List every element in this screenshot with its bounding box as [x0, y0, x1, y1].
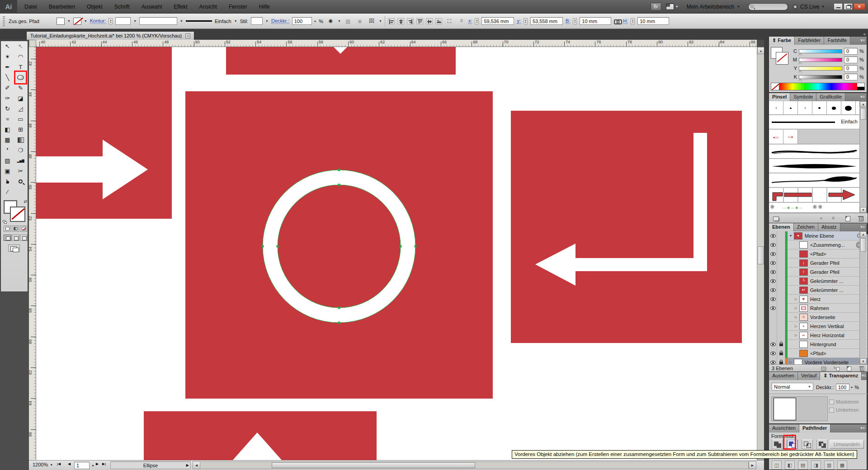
layer-row[interactable]: ↑Gerader Pfeil: [769, 268, 868, 277]
chevron-down-icon[interactable]: ▼: [133, 19, 137, 23]
vertical-ruler[interactable]: 42444648505254565860626466: [29, 47, 36, 460]
layer-name[interactable]: Vordere Vorderseite: [805, 360, 862, 365]
layer-thumbnail[interactable]: [799, 250, 808, 258]
visibility-toggle[interactable]: [769, 313, 777, 322]
tab-farbfelder[interactable]: Farbfelder: [795, 37, 824, 45]
tab-verlauf[interactable]: Verlauf: [798, 372, 820, 380]
layer-thumbnail[interactable]: ▭: [799, 305, 808, 312]
draw-behind-button[interactable]: [12, 235, 19, 241]
trim-button[interactable]: ◧: [785, 461, 795, 470]
height-value[interactable]: 10 mm: [637, 17, 669, 25]
menu-fenster[interactable]: Fenster: [229, 4, 247, 10]
unite-button[interactable]: [772, 439, 783, 449]
menu-ansicht[interactable]: Ansicht: [199, 4, 217, 10]
y-stepper[interactable]: ▲▼: [524, 18, 528, 24]
recolor-artwork-button[interactable]: ✺: [326, 17, 335, 25]
line-segment-tool[interactable]: ╲: [1, 72, 14, 83]
height-label[interactable]: H:: [623, 18, 628, 24]
layer-thumbnail[interactable]: [799, 350, 808, 357]
spinner-icon[interactable]: ▸: [315, 19, 316, 23]
hand-tool[interactable]: ☛: [2, 175, 13, 188]
brush-item-calligraphic[interactable]: [783, 101, 798, 115]
expand-button[interactable]: Umwandeln: [830, 440, 864, 449]
layer-name[interactable]: Gekrümmter ...: [810, 287, 862, 293]
brush-item-calligraphic[interactable]: [798, 101, 812, 115]
chevron-down-icon[interactable]: ▼: [338, 19, 341, 23]
stroke-weight-value[interactable]: [115, 17, 131, 25]
opacity-label[interactable]: Deckkr.:: [271, 18, 289, 24]
artboard-number-dropdown[interactable]: 1 ▼: [74, 462, 94, 469]
scroll-up-icon[interactable]: ▲: [757, 47, 764, 54]
menu-auswahl[interactable]: Auswahl: [142, 4, 162, 10]
none-swatch[interactable]: [771, 83, 779, 90]
opacity-value[interactable]: 100: [836, 384, 849, 390]
lock-toggle[interactable]: [777, 231, 785, 240]
lock-toggle[interactable]: [777, 340, 785, 349]
new-sublayer-icon[interactable]: [833, 366, 840, 371]
menu-objekt[interactable]: Objekt: [87, 4, 103, 10]
lock-toggle[interactable]: [777, 313, 785, 322]
visibility-toggle[interactable]: [769, 268, 777, 277]
selection-tool[interactable]: ↖: [1, 41, 14, 52]
tab-ausrichten[interactable]: Ausrichten: [769, 424, 799, 432]
scroll-up-icon[interactable]: ▲: [860, 231, 867, 237]
rotate-tool[interactable]: ↻: [1, 103, 14, 114]
make-clipping-mask-icon[interactable]: [821, 366, 827, 371]
horizontal-ruler[interactable]: 4042444648505254565860626466687072747678…: [36, 40, 757, 47]
lock-toggle[interactable]: [777, 349, 785, 358]
paintbrush-tool[interactable]: ✐: [1, 83, 14, 93]
expand-icon[interactable]: ▷: [793, 306, 799, 310]
layer-row[interactable]: <Pfad>: [769, 349, 868, 358]
layer-row[interactable]: <Zusammeng...: [769, 240, 868, 249]
visibility-toggle[interactable]: [769, 277, 777, 286]
constrain-proportions-icon[interactable]: [614, 19, 620, 24]
invert-mask-checkbox[interactable]: Umkehren: [829, 407, 859, 413]
new-layer-icon[interactable]: [846, 366, 852, 371]
layer-thumbnail[interactable]: ↑: [799, 268, 808, 276]
layer-name[interactable]: Gerader Pfeil: [810, 269, 862, 275]
lock-toggle[interactable]: [777, 277, 785, 286]
visibility-toggle[interactable]: [769, 286, 777, 295]
search-input[interactable]: [748, 3, 788, 10]
workspace-switcher[interactable]: Mein Arbeitsbereich ▼: [683, 4, 744, 10]
close-button[interactable]: ×: [854, 3, 865, 10]
delete-layer-icon[interactable]: [859, 366, 865, 371]
lock-toggle[interactable]: [777, 358, 785, 365]
anchor-point[interactable]: [400, 245, 402, 248]
lock-toggle[interactable]: [777, 286, 785, 295]
lock-toggle[interactable]: [777, 322, 785, 331]
expand-icon[interactable]: ▼: [788, 234, 794, 237]
brushes-scrollbar[interactable]: ▲ ▼: [859, 101, 867, 213]
default-fill-stroke-icon[interactable]: [3, 220, 7, 224]
layer-name[interactable]: <Pfad>: [810, 251, 862, 257]
layer-row[interactable]: <Pfad>: [769, 249, 868, 258]
panel-menu-icon[interactable]: ▾≡: [862, 372, 868, 380]
brush-item-calligraphic[interactable]: [769, 101, 783, 115]
visibility-toggle[interactable]: [769, 322, 777, 331]
outline-button[interactable]: ▥: [824, 461, 834, 470]
tab-ebenen[interactable]: Ebenen: [769, 223, 794, 231]
none-button[interactable]: [20, 226, 27, 232]
brush-options-icon[interactable]: [831, 216, 838, 221]
minus-back-button[interactable]: ▦: [837, 461, 847, 470]
expand-icon[interactable]: ▷: [788, 361, 794, 364]
visibility-toggle[interactable]: [769, 295, 777, 304]
layer-name[interactable]: <Zusammeng...: [810, 242, 858, 248]
layer-row[interactable]: ▷Vordere Vorderseite: [769, 358, 868, 364]
layer-name[interactable]: Herz: [810, 296, 862, 302]
status-menu-icon[interactable]: ▶: [186, 463, 189, 467]
tab-transparenz[interactable]: ⇕ Transparenz: [820, 372, 862, 380]
bridge-button[interactable]: Br: [651, 3, 661, 11]
clip-checkbox[interactable]: Maskieren: [829, 399, 859, 404]
align-right-button[interactable]: [407, 18, 414, 24]
channel-slider[interactable]: [799, 49, 842, 53]
shape-red-square-right[interactable]: [511, 111, 742, 343]
align-middle-button[interactable]: [426, 18, 433, 24]
layer-row[interactable]: ▼♥Meine Ebene: [769, 231, 868, 240]
layer-row[interactable]: ↓Gerader Pfeil: [769, 258, 868, 268]
menu-bearbeiten[interactable]: Bearbeiten: [49, 4, 75, 10]
scroll-down-icon[interactable]: ▼: [860, 207, 867, 213]
tab-pathfinder[interactable]: Pathfinder: [799, 424, 830, 432]
layer-row[interactable]: ▷♥♥Herz Horizontal: [769, 331, 868, 340]
layer-thumbnail[interactable]: [799, 341, 808, 348]
